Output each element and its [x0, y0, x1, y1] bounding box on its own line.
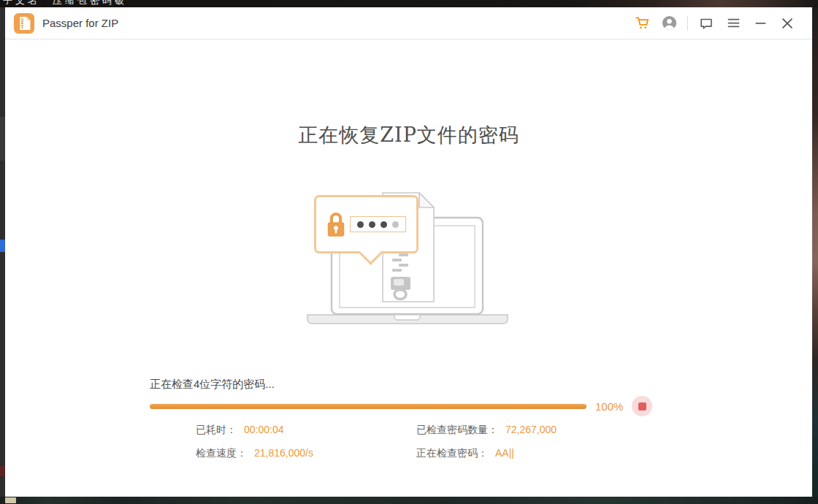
background-strip-bottom [0, 497, 818, 504]
progress-percent: 100% [595, 400, 626, 413]
minimize-icon[interactable] [752, 15, 769, 32]
password-dot [357, 221, 364, 228]
page-title: 正在恢复ZIP文件的密码 [5, 122, 812, 148]
stop-button[interactable] [632, 396, 652, 416]
stat-check-speed: 检查速度： 21,816,000/s [196, 447, 416, 460]
stop-icon [638, 402, 646, 411]
lock-icon [326, 209, 346, 243]
password-bubble [314, 195, 418, 253]
menu-icon[interactable] [725, 15, 742, 32]
password-dots [350, 216, 406, 232]
app-logo-icon [13, 12, 35, 34]
feedback-icon[interactable] [697, 15, 715, 32]
background-strip-left [0, 7, 5, 497]
stat-elapsed-time: 已耗时： 00:00:04 [196, 424, 416, 437]
progress-bar [150, 404, 586, 409]
stat-value: AA|| [495, 447, 514, 459]
stat-label: 检查速度： [196, 447, 247, 460]
progress-bar-fill [150, 404, 586, 409]
password-dot [392, 221, 399, 228]
close-icon[interactable] [779, 15, 796, 32]
background-fragment [0, 466, 5, 476]
app-window: Passper for ZIP [5, 7, 812, 497]
stat-value: 72,267,000 [505, 424, 557, 435]
progress-row: 100% [150, 396, 652, 416]
background-text-fragment: 子文名 压缩包密码破 [3, 0, 127, 7]
background-fragment [0, 117, 5, 161]
stat-value: 21,816,000/s [254, 447, 313, 459]
background-window-strip-top: 子文名 压缩包密码破 [0, 0, 818, 7]
app-title: Passper for ZIP [42, 17, 118, 29]
titlebar: Passper for ZIP [5, 7, 812, 39]
stat-current-password: 正在检查密码： AA|| [416, 447, 557, 460]
background-strip-right [812, 7, 818, 497]
stats-grid: 已耗时： 00:00:04 已检查密码数量： 72,267,000 检查速度： … [196, 424, 557, 460]
stat-label: 正在检查密码： [416, 447, 488, 460]
cart-icon[interactable] [633, 15, 651, 32]
stat-passwords-checked: 已检查密码数量： 72,267,000 [416, 424, 557, 437]
recovery-illustration [303, 187, 522, 333]
status-text: 正在检查4位字符的密码... [150, 378, 275, 392]
password-dot [369, 221, 375, 228]
account-icon[interactable] [660, 15, 678, 32]
stat-value: 00:00:04 [244, 424, 284, 435]
main-content: 正在恢复ZIP文件的密码 [5, 39, 812, 496]
background-fragment [0, 240, 5, 252]
stat-label: 已检查密码数量： [416, 424, 498, 437]
password-dot [381, 221, 387, 228]
stat-label: 已耗时： [196, 424, 237, 437]
titlebar-divider [687, 16, 688, 31]
taskbar-icon [5, 497, 16, 503]
